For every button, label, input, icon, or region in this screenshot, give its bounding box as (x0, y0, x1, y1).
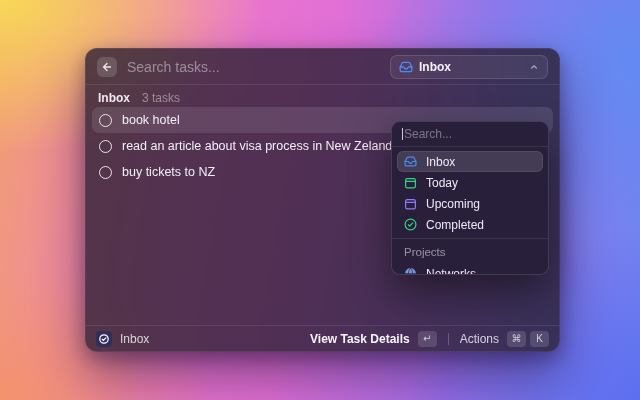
dropdown-item-label: Networks (426, 267, 476, 276)
top-bar: Search tasks... Inbox (86, 49, 559, 84)
list-header: Inbox 3 tasks (92, 89, 553, 107)
dropdown-item-today[interactable]: Today (397, 172, 543, 193)
dropdown-list: Inbox Today Upcoming (392, 147, 548, 238)
view-task-details-button[interactable]: View Task Details (310, 332, 410, 346)
task-title: book hotel (122, 113, 180, 127)
status-bar: Inbox View Task Details ↵ Actions ⌘ K (86, 326, 559, 351)
projects-section-label: Projects (392, 239, 548, 261)
statusbar-context-label: Inbox (120, 332, 149, 346)
dropdown-item-label: Upcoming (426, 197, 480, 211)
chevron-up-icon (529, 62, 539, 72)
dropdown-item-label: Completed (426, 218, 484, 232)
search-tasks-input[interactable]: Search tasks... (127, 59, 380, 75)
inbox-icon (404, 155, 417, 168)
task-title: buy tickets to NZ (122, 165, 215, 179)
cmd-keycap[interactable]: ⌘ (507, 331, 526, 347)
task-title: read an article about visa process in Ne… (122, 139, 392, 153)
inbox-icon (399, 60, 413, 74)
list-switcher-dropdown: Search... Inbox Today (391, 121, 549, 275)
dropdown-item-completed[interactable]: Completed (397, 214, 543, 235)
dropdown-search-placeholder: Search... (404, 127, 452, 141)
dropdown-item-label: Today (426, 176, 458, 190)
list-switcher-button[interactable]: Inbox (390, 55, 548, 79)
back-button[interactable] (97, 57, 117, 77)
arrow-left-icon (101, 61, 113, 73)
list-title: Inbox (98, 91, 130, 105)
statusbar-separator (448, 333, 449, 345)
text-cursor (402, 128, 403, 140)
task-count: 3 tasks (142, 91, 180, 105)
dropdown-projects-list: Networks (392, 261, 548, 275)
k-keycap[interactable]: K (530, 331, 549, 347)
task-checkbox[interactable] (99, 166, 112, 179)
actions-shortcut: ⌘ K (507, 331, 549, 347)
dropdown-item-label: Inbox (426, 155, 455, 169)
task-list-panel: Inbox 3 tasks book hotel read an article… (86, 85, 559, 325)
dropdown-item-networks[interactable]: Networks (397, 263, 543, 275)
calendar-icon (404, 197, 417, 210)
check-circle-icon (404, 218, 417, 231)
task-checkbox[interactable] (99, 140, 112, 153)
dropdown-search-input[interactable]: Search... (392, 122, 548, 146)
enter-keycap[interactable]: ↵ (418, 331, 437, 347)
app-logo-icon (96, 331, 112, 347)
dropdown-item-upcoming[interactable]: Upcoming (397, 193, 543, 214)
task-app-window: Search tasks... Inbox Inbox 3 tasks book… (85, 48, 560, 352)
list-switcher-label: Inbox (419, 60, 451, 74)
globe-icon (404, 267, 417, 275)
dropdown-item-inbox[interactable]: Inbox (397, 151, 543, 172)
task-checkbox[interactable] (99, 114, 112, 127)
calendar-icon (404, 176, 417, 189)
actions-button[interactable]: Actions (460, 332, 499, 346)
